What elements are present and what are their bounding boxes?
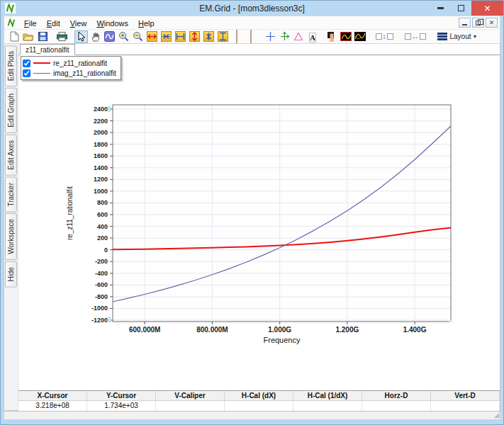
split-horizontal-button[interactable]: [245, 30, 258, 43]
cursor-readout-table: X-CursorY-CursorV-CaliperH-Cal (dX)H-Cal…: [18, 390, 500, 410]
axes-button[interactable]: [278, 30, 291, 43]
menu-view[interactable]: View: [65, 18, 92, 29]
title-bar[interactable]: EM.Grid - [mom3dlesson3c] ✕: [4, 1, 500, 16]
sidebar-tab-workspace[interactable]: Workspace: [5, 213, 17, 260]
sidebar-tab-edit-axes[interactable]: Edit Axes: [5, 135, 17, 176]
minimize-button[interactable]: [430, 1, 451, 16]
readout-value: [362, 401, 431, 411]
window-bottom-border: [4, 420, 500, 424]
fit-x-button[interactable]: [174, 30, 187, 43]
print-icon: [57, 32, 67, 41]
save-file-icon: [38, 32, 47, 41]
zoom-out-button[interactable]: [131, 30, 145, 43]
plot-style-1-icon: [340, 32, 352, 41]
svg-text:1000: 1000: [94, 188, 108, 195]
expand-x-button[interactable]: [145, 30, 159, 43]
compress-x-button[interactable]: [159, 30, 173, 43]
zoom-in-button[interactable]: [117, 30, 130, 43]
plot-workspace: z11_rationalfit re_z11_rationalfitimag_z…: [18, 44, 500, 390]
legend-label: imag_z11_rationalfit: [53, 69, 116, 77]
text-label-icon: A: [309, 30, 316, 43]
new-file-icon: [10, 31, 19, 42]
compress-y-button[interactable]: [202, 30, 215, 43]
mdi-restore-button[interactable]: [472, 18, 484, 28]
svg-text:-800: -800: [95, 293, 108, 300]
svg-text:-400: -400: [95, 270, 108, 277]
svg-text:1600: 1600: [94, 152, 108, 159]
svg-text:1.200G: 1.200G: [335, 326, 359, 334]
svg-text:600: 600: [97, 211, 108, 218]
resize-grip[interactable]: ◢: [494, 412, 499, 419]
pan-tool-button[interactable]: [89, 30, 102, 43]
legend-checkbox[interactable]: [23, 69, 30, 77]
axis-resize-handle[interactable]: ⇕: [106, 105, 112, 113]
document-tab[interactable]: z11_rationalfit: [20, 44, 75, 55]
maximize-button[interactable]: [451, 1, 471, 16]
caliper-button[interactable]: [292, 30, 306, 43]
readout-header: Vert-D: [431, 391, 500, 401]
readout-value: [293, 401, 362, 411]
svg-text:-600: -600: [95, 281, 108, 288]
open-file-button[interactable]: [22, 30, 35, 43]
expand-y-button[interactable]: [188, 30, 201, 43]
legend-entry[interactable]: imag_z11_rationalfit: [23, 68, 116, 78]
close-button[interactable]: ✕: [471, 1, 503, 16]
print-button[interactable]: [55, 30, 69, 43]
sidebar-tab-edit-graph[interactable]: Edit Graph: [5, 88, 17, 133]
mdi-restore-icon: [476, 21, 481, 26]
fit-y-icon: [218, 31, 228, 42]
svg-text:0: 0: [104, 246, 108, 254]
pointer-tool-button[interactable]: [74, 30, 88, 43]
layout-menu-button[interactable]: Layout▼: [435, 30, 481, 43]
mdi-close-button[interactable]: ✕: [486, 18, 498, 28]
readout-value: 1.734e+03: [87, 401, 156, 411]
svg-text:1800: 1800: [94, 141, 108, 148]
align-vertical-button[interactable]: ↕: [373, 30, 396, 43]
menu-windows[interactable]: Windows: [91, 18, 133, 29]
axis-resize-handle[interactable]: ⇔: [114, 319, 122, 327]
marker-icon: [327, 31, 337, 42]
svg-text:-200: -200: [95, 258, 108, 265]
menu-file[interactable]: File: [19, 18, 42, 29]
align-vertical-icon: ↕: [376, 33, 393, 40]
sidebar-tab-tracker[interactable]: Tracker: [5, 177, 17, 212]
align-horizontal-button[interactable]: ↔: [402, 30, 429, 43]
fit-y-button[interactable]: [216, 30, 230, 43]
toolbar: A↕↔Layout▼: [4, 29, 500, 44]
readout-value: [225, 401, 293, 411]
readout-value: [156, 401, 225, 411]
status-bar: ◢: [4, 411, 500, 420]
minimize-icon: [437, 7, 444, 9]
save-file-button[interactable]: [36, 30, 50, 43]
svg-text:1400: 1400: [94, 164, 108, 171]
marker-button[interactable]: [325, 30, 339, 43]
axis-resize-handle[interactable]: ⇕: [106, 315, 112, 324]
pan-tool-icon: [90, 31, 100, 42]
window-title: EM.Grid - [mom3dlesson3c]: [4, 4, 500, 13]
menu-edit[interactable]: Edit: [42, 18, 65, 29]
zoom-in-icon: [118, 31, 129, 42]
svg-text:600.000M: 600.000M: [129, 326, 160, 334]
menu-help[interactable]: Help: [133, 18, 159, 29]
legend-label: re_z11_rationalfit: [53, 60, 107, 67]
plot-style-1-button[interactable]: [340, 30, 353, 43]
fit-view-button[interactable]: [103, 30, 116, 43]
svg-text:2200: 2200: [94, 118, 108, 125]
sidebar-tab-strip: Edit PlotsEdit GraphEdit AxesTrackerWork…: [4, 44, 18, 410]
text-label-button[interactable]: A: [306, 30, 320, 43]
legend-checkbox[interactable]: [23, 60, 30, 67]
crosshair-button[interactable]: [264, 30, 277, 43]
mdi-close-icon: ✕: [489, 19, 495, 26]
new-file-button[interactable]: [8, 30, 21, 43]
app-logo-icon: [5, 3, 16, 13]
mdi-minimize-button[interactable]: [459, 18, 471, 28]
plot-style-2-button[interactable]: [354, 30, 367, 43]
legend-line-sample: [33, 73, 50, 74]
sidebar-tab-edit-plots[interactable]: Edit Plots: [5, 45, 17, 86]
legend-entry[interactable]: re_z11_rationalfit: [23, 58, 116, 68]
sidebar-tab-hide[interactable]: Hide: [5, 261, 17, 288]
axis-resize-handle[interactable]: ⇔: [448, 317, 456, 325]
plot-canvas[interactable]: 2400220020001800160014001200100080060040…: [18, 44, 500, 390]
split-vertical-button[interactable]: [230, 30, 244, 43]
svg-text:200: 200: [97, 234, 108, 242]
